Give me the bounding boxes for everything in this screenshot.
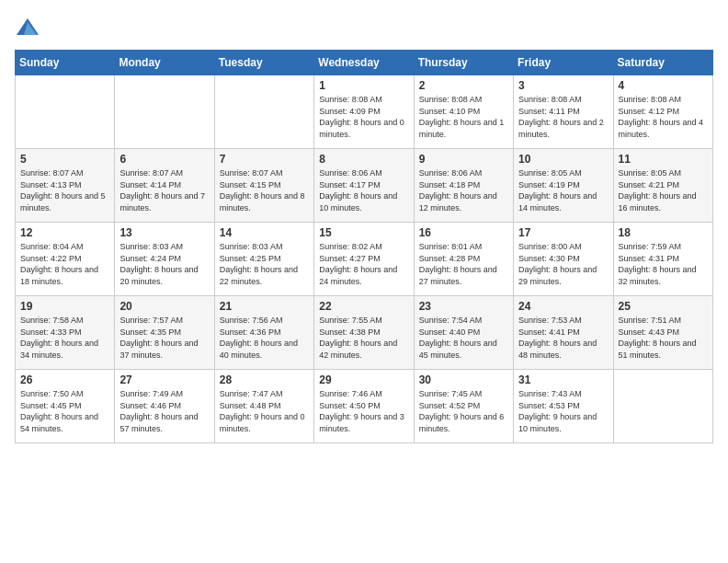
calendar-row: 12 Sunrise: 8:04 AM Sunset: 4:22 PM Dayl… [16,223,713,296]
calendar-cell: 4 Sunrise: 8:08 AM Sunset: 4:12 PM Dayli… [613,75,712,149]
sunrise: Sunrise: 7:49 AM [119,389,183,398]
cell-info: Sunrise: 7:45 AM Sunset: 4:52 PM Dayligh… [419,388,508,434]
calendar-cell: 28 Sunrise: 7:47 AM Sunset: 4:48 PM Dayl… [214,370,313,443]
day-number: 10 [518,153,608,166]
cell-info: Sunrise: 8:08 AM Sunset: 4:11 PM Dayligh… [518,94,608,140]
header-row: SundayMondayTuesdayWednesdayThursdayFrid… [16,51,713,75]
calendar-cell: 27 Sunrise: 7:49 AM Sunset: 4:46 PM Dayl… [115,370,214,443]
sunset: Sunset: 4:19 PM [518,180,580,190]
daylight: Daylight: 8 hours and 4 minutes. [619,118,704,139]
sunset: Sunset: 4:21 PM [619,180,680,190]
sunset: Sunset: 4:30 PM [518,254,580,263]
sunset: Sunset: 4:52 PM [419,401,481,410]
daylight: Daylight: 8 hours and 14 minutes. [518,191,597,213]
calendar-cell: 25 Sunrise: 7:51 AM Sunset: 4:43 PM Dayl… [613,296,712,370]
page-header [15,15,713,40]
sunrise: Sunrise: 7:46 AM [319,389,382,398]
cell-info: Sunrise: 7:58 AM Sunset: 4:33 PM Dayligh… [20,315,109,361]
cell-info: Sunrise: 8:01 AM Sunset: 4:28 PM Dayligh… [419,241,508,287]
daylight: Daylight: 8 hours and 57 minutes. [119,412,198,433]
header-day-wednesday: Wednesday [314,51,414,75]
cell-info: Sunrise: 7:51 AM Sunset: 4:43 PM Dayligh… [619,315,708,361]
day-number: 27 [119,373,209,386]
cell-info: Sunrise: 7:55 AM Sunset: 4:38 PM Dayligh… [319,315,408,361]
cell-info: Sunrise: 7:49 AM Sunset: 4:46 PM Dayligh… [119,388,209,434]
sunrise: Sunrise: 8:08 AM [319,95,382,104]
sunrise: Sunrise: 7:45 AM [419,389,483,398]
sunrise: Sunrise: 8:05 AM [619,168,682,178]
daylight: Daylight: 8 hours and 37 minutes. [119,339,198,360]
header-day-thursday: Thursday [414,51,513,75]
sunrise: Sunrise: 8:08 AM [518,95,582,104]
sunset: Sunset: 4:27 PM [319,254,381,263]
calendar-cell: 13 Sunrise: 8:03 AM Sunset: 4:24 PM Dayl… [115,223,214,296]
cell-info: Sunrise: 8:07 AM Sunset: 4:13 PM Dayligh… [20,167,109,213]
daylight: Daylight: 8 hours and 2 minutes. [518,118,604,139]
sunrise: Sunrise: 7:53 AM [518,316,582,325]
daylight: Daylight: 8 hours and 16 minutes. [619,191,697,213]
daylight: Daylight: 8 hours and 8 minutes. [220,191,305,213]
sunrise: Sunrise: 8:03 AM [220,242,283,251]
day-number: 23 [419,300,508,313]
daylight: Daylight: 8 hours and 24 minutes. [319,265,397,286]
daylight: Daylight: 9 hours and 10 minutes. [518,412,597,433]
day-number: 8 [319,153,408,166]
calendar-cell [214,75,313,149]
calendar-cell: 10 Sunrise: 8:05 AM Sunset: 4:19 PM Dayl… [514,149,613,223]
day-number: 26 [20,373,109,386]
calendar-row: 1 Sunrise: 8:08 AM Sunset: 4:09 PM Dayli… [16,75,713,149]
day-number: 19 [20,300,109,313]
cell-info: Sunrise: 8:03 AM Sunset: 4:25 PM Dayligh… [220,241,309,287]
cell-info: Sunrise: 7:53 AM Sunset: 4:41 PM Dayligh… [518,315,608,361]
cell-info: Sunrise: 8:05 AM Sunset: 4:19 PM Dayligh… [518,167,608,213]
calendar-cell: 15 Sunrise: 8:02 AM Sunset: 4:27 PM Dayl… [314,223,414,296]
calendar-cell: 2 Sunrise: 8:08 AM Sunset: 4:10 PM Dayli… [414,75,513,149]
sunrise: Sunrise: 8:07 AM [119,168,183,178]
calendar-cell: 23 Sunrise: 7:54 AM Sunset: 4:40 PM Dayl… [414,296,513,370]
day-number: 22 [319,300,408,313]
day-number: 9 [419,153,508,166]
cell-info: Sunrise: 7:59 AM Sunset: 4:31 PM Dayligh… [619,241,708,287]
sunrise: Sunrise: 7:57 AM [119,316,183,325]
sunrise: Sunrise: 8:06 AM [419,168,483,178]
daylight: Daylight: 8 hours and 7 minutes. [119,191,205,213]
sunrise: Sunrise: 8:03 AM [119,242,183,251]
daylight: Daylight: 8 hours and 54 minutes. [20,412,98,433]
logo [15,15,44,40]
calendar-table: SundayMondayTuesdayWednesdayThursdayFrid… [15,50,713,443]
logo-icon [15,15,40,40]
calendar-cell: 29 Sunrise: 7:46 AM Sunset: 4:50 PM Dayl… [314,370,414,443]
daylight: Daylight: 8 hours and 51 minutes. [619,339,697,360]
sunrise: Sunrise: 8:04 AM [20,242,84,251]
day-number: 16 [419,226,508,239]
sunset: Sunset: 4:41 PM [518,327,580,337]
cell-info: Sunrise: 7:47 AM Sunset: 4:48 PM Dayligh… [220,388,309,434]
daylight: Daylight: 8 hours and 40 minutes. [220,339,298,360]
calendar-cell: 30 Sunrise: 7:45 AM Sunset: 4:52 PM Dayl… [414,370,513,443]
calendar-cell: 20 Sunrise: 7:57 AM Sunset: 4:35 PM Dayl… [115,296,214,370]
day-number: 3 [518,79,608,92]
calendar-cell: 14 Sunrise: 8:03 AM Sunset: 4:25 PM Dayl… [214,223,313,296]
sunrise: Sunrise: 7:50 AM [20,389,84,398]
daylight: Daylight: 8 hours and 20 minutes. [119,265,198,286]
day-number: 28 [220,373,309,386]
daylight: Daylight: 8 hours and 10 minutes. [319,191,397,213]
day-number: 4 [619,79,708,92]
sunset: Sunset: 4:50 PM [319,401,381,410]
calendar-cell: 22 Sunrise: 7:55 AM Sunset: 4:38 PM Dayl… [314,296,414,370]
sunset: Sunset: 4:24 PM [119,254,181,263]
calendar-cell: 9 Sunrise: 8:06 AM Sunset: 4:18 PM Dayli… [414,149,513,223]
daylight: Daylight: 8 hours and 5 minutes. [20,191,106,213]
calendar-body: 1 Sunrise: 8:08 AM Sunset: 4:09 PM Dayli… [16,75,713,443]
sunrise: Sunrise: 7:55 AM [319,316,382,325]
calendar-header: SundayMondayTuesdayWednesdayThursdayFrid… [16,51,713,75]
day-number: 30 [419,373,508,386]
daylight: Daylight: 8 hours and 18 minutes. [20,265,98,286]
daylight: Daylight: 8 hours and 48 minutes. [518,339,597,360]
day-number: 6 [119,153,209,166]
daylight: Daylight: 8 hours and 0 minutes. [319,118,404,139]
header-day-monday: Monday [115,51,214,75]
sunrise: Sunrise: 7:43 AM [518,389,582,398]
sunset: Sunset: 4:11 PM [518,107,580,116]
day-number: 24 [518,300,608,313]
